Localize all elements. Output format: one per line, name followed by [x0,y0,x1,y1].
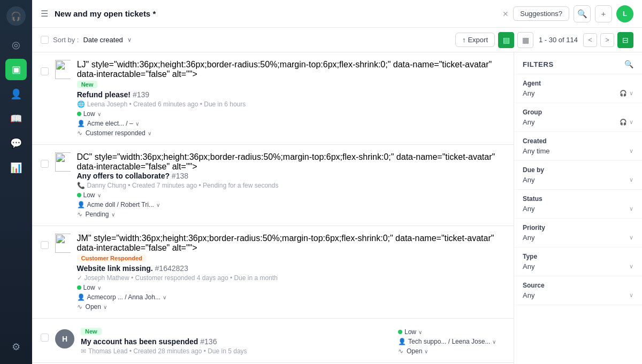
agent-icon: 👤 [77,293,85,301]
filter-chevron-icon[interactable]: ∨ [629,234,633,241]
priority-dot [398,330,402,334]
status-label: Customer responded [86,129,146,137]
ticket-checkbox[interactable] [41,241,49,249]
ticket-checkbox[interactable] [41,160,49,168]
ticket-meta: ✉ Thomas Lead • Created 28 minutes ago •… [81,347,392,355]
ticket-status-row: ∿ Open ∨ [77,303,107,311]
headphones-icon: 🎧 [11,11,21,21]
filter-label-status: Status [523,195,633,203]
status-chevron-icon[interactable]: ∨ [103,304,107,310]
status-chevron-icon[interactable]: ∨ [148,130,151,136]
ticket-id: #136 [200,337,217,346]
agent-label: Acmecorp ... / Anna Joh... [87,293,160,301]
sidebar-item-settings[interactable]: ⚙ [5,336,27,358]
filter-select-due_by[interactable]: Any ∨ [523,176,633,184]
agent-icon: 👤 [398,338,406,345]
filter-chevron-icon[interactable]: ∨ [629,205,633,212]
filter-select-status[interactable]: Any ∨ [523,205,633,213]
filter-chevron-icon[interactable]: ∨ [629,148,633,154]
ticket-status-row: ∿ Customer responded ∨ [77,129,151,137]
filter-select-source[interactable]: Any ∨ [523,291,633,299]
contacts-icon: 👤 [10,88,22,100]
priority-chevron-icon[interactable]: ∨ [97,192,101,198]
ticket-checkbox[interactable] [41,67,49,75]
agent-chevron-icon[interactable]: ∨ [156,202,160,208]
ticket-id: #139 [133,90,149,99]
ticket-avatar: H [55,329,74,348]
sidebar: 🎧 ◎ ▣ 👤 📖 💬 📊 ⚙ [0,0,32,364]
sidebar-item-contacts[interactable]: 👤 [5,83,27,105]
agent-chevron-icon[interactable]: ∨ [135,121,139,127]
ticket-main: Any offers to collaborate? #138 📞 Danny … [77,172,506,189]
add-button[interactable]: + [595,5,612,22]
ticket-main: Customer Responded Website link missing.… [77,253,505,282]
sidebar-item-reports[interactable]: 📊 [5,157,27,179]
status-chevron-icon[interactable]: ∨ [111,212,115,218]
priority-chevron-icon[interactable]: ∨ [418,329,422,335]
filter-select-priority[interactable]: Any ∨ [523,234,633,242]
pagination-prev-button[interactable]: < [583,33,597,47]
view-list-button[interactable]: ▤ [498,32,514,48]
filter-select-group[interactable]: Any 🎧 ∨ [523,118,633,126]
ticket-row[interactable]: JM" style="width:36px;height:36px;border… [32,226,514,319]
meta-text: Joseph Mathew • Customer responded 4 day… [85,274,278,282]
filter-select-type[interactable]: Any ∨ [523,262,633,270]
settings-icon: ⚙ [12,341,20,353]
ticket-priority-row: Low ∨ [77,191,101,199]
priority-chevron-icon[interactable]: ∨ [97,111,101,117]
ticket-right: Low ∨ 👤 Acmecorp ... / Anna Joh... ∨ ∿ O… [77,282,505,311]
suggestions-button[interactable]: Suggestions? [513,6,569,21]
filter-chevron-icon[interactable]: ∨ [629,90,633,97]
ticket-priority-row: Low ∨ [77,110,101,118]
filter-extra-icon[interactable]: 🎧 [620,119,627,126]
filter-select-agent[interactable]: Any 🎧 ∨ [523,89,633,97]
menu-icon[interactable]: ☰ [41,9,48,19]
filter-icons-due_by: ∨ [629,176,633,183]
priority-chevron-icon[interactable]: ∨ [97,285,101,291]
split-view-button[interactable]: ⊟ [617,32,633,48]
ticket-badge: New [77,81,98,88]
filter-chevron-icon[interactable]: ∨ [629,119,633,126]
ticket-checkbox[interactable] [41,334,49,342]
filter-chevron-icon[interactable]: ∨ [629,176,633,183]
ticket-agent-row: 👤 Acme elect... / – ∨ [77,120,139,127]
filters-header: FILTERS 🔍 [514,52,642,74]
ticket-row[interactable]: H New My account has been suspended #136… [32,319,514,363]
filter-chevron-icon[interactable]: ∨ [629,263,633,270]
list-view-icon: ▤ [503,36,510,44]
ticket-agent-row: 👤 Acmecorp ... / Anna Joh... ∨ [77,293,166,301]
search-button[interactable]: 🔍 [574,5,591,22]
ticket-id: #1642823 [155,264,188,273]
filter-search-icon[interactable]: 🔍 [624,60,633,68]
sidebar-item-knowledge[interactable]: 📖 [5,108,27,129]
status-chevron-icon[interactable]: ∨ [424,348,428,354]
filter-select-created[interactable]: Any time ∨ [523,147,633,155]
close-tab-button[interactable]: ✕ [502,10,509,18]
export-button[interactable]: ↑ Export [455,33,495,47]
filter-chevron-icon[interactable]: ∨ [629,292,633,299]
user-avatar[interactable]: L [616,5,633,22]
filter-label-agent: Agent [523,80,633,87]
sidebar-item-dashboard[interactable]: ◎ [5,34,27,56]
ticket-right: Low ∨ 👤 Acme elect... / – ∨ ∿ Customer r… [77,108,505,137]
agent-chevron-icon[interactable]: ∨ [492,339,496,345]
meta-icon: ✉ [81,347,86,355]
table-view-icon: ▦ [522,36,529,44]
agent-chevron-icon[interactable]: ∨ [163,295,166,300]
filter-icons-type: ∨ [629,263,633,270]
ticket-row[interactable]: LJ" style="width:36px;height:36px;border… [32,52,514,145]
sidebar-item-tickets[interactable]: ▣ [5,59,27,80]
filter-value-agent: Any [523,89,620,97]
select-all-checkbox[interactable] [41,36,49,44]
pagination-next-button[interactable]: > [600,33,614,47]
filter-extra-icon[interactable]: 🎧 [620,90,627,97]
chevron-right-icon: > [605,36,609,44]
sidebar-logo[interactable]: 🎧 [6,6,26,26]
sort-value[interactable]: Date created [83,36,123,44]
view-table-button[interactable]: ▦ [517,32,533,48]
filter-label-source: Source [523,282,633,289]
filter-value-status: Any [523,205,629,213]
meta-text: Thomas Lead • Created 28 minutes ago • D… [88,347,247,355]
sidebar-item-conversations[interactable]: 💬 [5,133,27,154]
ticket-row[interactable]: DC" style="width:36px;height:36px;border… [32,145,514,226]
